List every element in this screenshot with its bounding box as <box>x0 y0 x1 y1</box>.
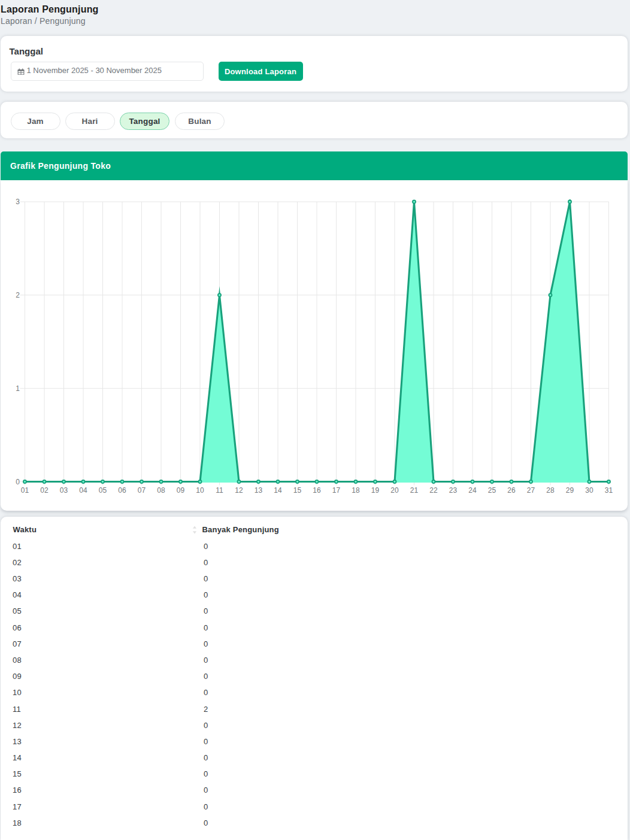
svg-text:12: 12 <box>235 486 243 495</box>
svg-text:23: 23 <box>449 486 458 495</box>
svg-text:02: 02 <box>40 486 49 495</box>
svg-text:18: 18 <box>352 486 360 495</box>
svg-text:29: 29 <box>566 486 574 495</box>
svg-text:01: 01 <box>21 486 29 495</box>
svg-text:06: 06 <box>118 486 126 495</box>
svg-text:10: 10 <box>196 486 204 495</box>
svg-text:2: 2 <box>16 291 20 299</box>
svg-text:0: 0 <box>16 478 20 486</box>
svg-text:15: 15 <box>293 486 302 495</box>
svg-text:3: 3 <box>16 198 20 206</box>
svg-text:26: 26 <box>507 486 516 495</box>
svg-text:24: 24 <box>468 486 477 495</box>
svg-text:25: 25 <box>488 486 496 495</box>
svg-text:20: 20 <box>390 486 399 495</box>
svg-text:09: 09 <box>177 486 185 495</box>
svg-text:21: 21 <box>410 486 419 495</box>
svg-text:17: 17 <box>332 486 341 495</box>
svg-text:14: 14 <box>274 486 282 495</box>
svg-text:19: 19 <box>371 486 380 495</box>
svg-text:31: 31 <box>605 486 613 495</box>
svg-text:05: 05 <box>99 486 107 495</box>
svg-text:13: 13 <box>255 486 263 495</box>
svg-text:30: 30 <box>585 486 593 495</box>
svg-text:07: 07 <box>138 486 146 495</box>
svg-text:16: 16 <box>313 486 321 495</box>
svg-text:28: 28 <box>546 486 555 495</box>
svg-text:08: 08 <box>157 486 165 495</box>
svg-text:04: 04 <box>79 486 87 495</box>
svg-text:03: 03 <box>60 486 68 495</box>
svg-text:11: 11 <box>216 486 223 495</box>
svg-text:1: 1 <box>16 384 20 393</box>
svg-text:22: 22 <box>429 486 438 495</box>
svg-text:27: 27 <box>527 486 535 495</box>
